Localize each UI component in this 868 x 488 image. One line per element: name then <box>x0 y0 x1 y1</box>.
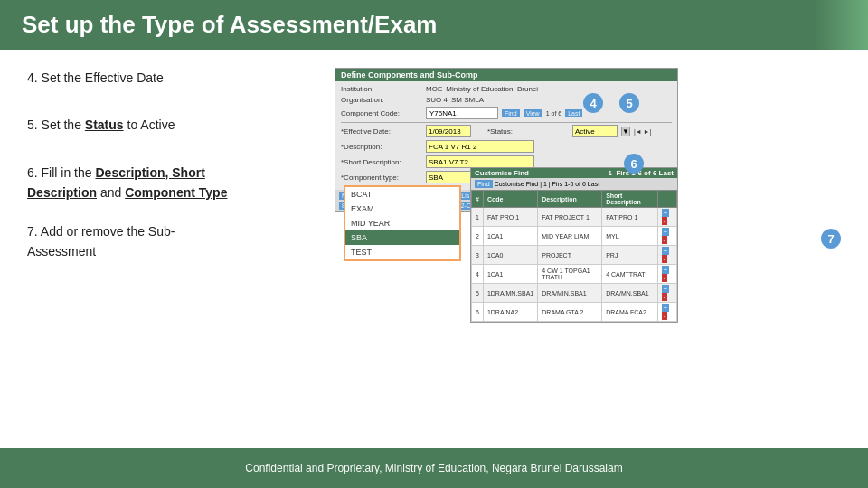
footer-text: Confidential and Proprietary, Ministry o… <box>245 462 622 474</box>
sub-table-title-text: Customise Find <box>475 169 529 177</box>
institution-label: Institution: <box>341 85 422 93</box>
sub-assessment-table: Customise Find 1 Firs 1-6 of 6 Last Find… <box>470 167 678 323</box>
dropdown-item-exam[interactable]: EXAM <box>345 202 459 216</box>
remove-row-btn[interactable]: - <box>662 274 668 282</box>
step5-bold: Status <box>85 117 124 132</box>
effective-status-row: *Effective Date: *Status: ▼ |◄ ►| <box>341 125 672 137</box>
table-row: 5 1DRA/MN.SBA1 DRA/MIN.SBA1 DRA/MN.SBA1 … <box>472 284 677 303</box>
institution-row: Institution: MOE Ministry of Education, … <box>341 85 672 93</box>
component-code-input[interactable] <box>426 107 498 119</box>
badge-7: 7 <box>821 229 841 249</box>
status-label: *Status: <box>487 127 569 136</box>
add-row-btn[interactable]: + <box>662 228 670 236</box>
table-row: 6 1DRA/NA2 DRAMA GTA 2 DRAMA FCA2 + - <box>472 303 677 322</box>
step5-prefix: 5. Set the <box>27 117 85 132</box>
add-row-btn[interactable]: + <box>662 247 670 255</box>
header-decoration <box>833 9 859 41</box>
component-type-dropdown[interactable]: BCAT EXAM MID YEAR SBA TEST <box>344 185 461 261</box>
step-6: 6. Fill in the Description, Short Descri… <box>27 163 298 203</box>
effective-date-label: *Effective Date: <box>341 127 422 136</box>
nav-info: 1 of 6 <box>546 110 562 117</box>
sub-table-find-row: Find Customise Find | 1 | Firs 1-6 of 6 … <box>471 178 677 190</box>
organisation-name: SM SMLA <box>451 96 484 104</box>
col-code: Code <box>483 191 537 208</box>
dropdown-item-test[interactable]: TEST <box>345 245 459 259</box>
short-desc-row: *Short Description: <box>341 155 672 168</box>
add-row-btn[interactable]: + <box>662 209 670 217</box>
remove-row-btn[interactable]: - <box>662 293 668 301</box>
cell-desc: PROJECT <box>538 246 602 265</box>
cell-code: 1DRA/MN.SBA1 <box>483 284 537 303</box>
component-type-input[interactable] <box>426 171 471 183</box>
step-5: 5. Set the Status to Active <box>27 115 298 135</box>
status-dropdown-btn[interactable]: ▼ <box>621 127 630 136</box>
table-row: 2 1CA1 MID YEAR LIAM MYL + - <box>472 227 677 246</box>
col-desc: Description <box>538 191 602 208</box>
description-label: *Description: <box>341 143 422 151</box>
effective-date-input[interactable] <box>426 125 471 137</box>
cell-actions: + - <box>657 265 676 284</box>
table-row: 4 1CA1 4 CW 1 TOPGA1 TRATH 4 CAMTTRAT + … <box>472 265 677 284</box>
last-button[interactable]: Last <box>565 109 582 117</box>
dialog-title: Define Components and Sub-Comp <box>341 70 478 80</box>
add-row-btn[interactable]: + <box>662 285 670 293</box>
table-row: 1 FAT PRO 1 FAT PROJECT 1 FAT PRO 1 + - <box>472 208 677 227</box>
dropdown-item-midyear[interactable]: MID YEAR <box>345 216 459 230</box>
remove-row-btn[interactable]: - <box>662 217 668 225</box>
cell-code: 1CA1 <box>483 265 537 284</box>
cell-short: FAT PRO 1 <box>602 208 657 227</box>
step7-suffix: Assessment <box>27 244 96 258</box>
bar-2 <box>848 9 859 41</box>
step6-prefix: 6. Fill in the <box>27 165 95 180</box>
sub-find-info: Customise Find | 1 | Firs 1-6 of 6 Last <box>495 181 599 187</box>
status-input[interactable] <box>572 125 618 137</box>
cell-short: DRA/MN.SBA1 <box>602 284 657 303</box>
dropdown-item-bcat[interactable]: BCAT <box>345 187 459 202</box>
short-desc-label: *Short Description: <box>341 158 422 166</box>
cell-short: PRJ <box>602 246 657 265</box>
cell-code: 1DRA/NA2 <box>483 303 537 322</box>
sub-table-title: Customise Find 1 Firs 1-6 of 6 Last <box>471 168 677 178</box>
step6-and: and <box>97 185 125 200</box>
step6-bold2: Component Type <box>125 185 227 200</box>
sub-find-btn[interactable]: Find <box>475 180 493 188</box>
add-row-btn[interactable]: + <box>662 266 670 274</box>
badge-5: 5 <box>619 93 639 113</box>
cell-desc: DRAMA GTA 2 <box>538 303 602 322</box>
remove-row-btn[interactable]: - <box>662 255 668 263</box>
cell-code: 1CA1 <box>483 227 537 246</box>
find-button[interactable]: Find <box>502 109 520 117</box>
cell-actions: + - <box>657 208 676 227</box>
cell-short: DRAMA FCA2 <box>602 303 657 322</box>
step7-prefix: 7. Add or remove the Sub- <box>27 224 175 239</box>
cell-desc: DRA/MIN.SBA1 <box>538 284 602 303</box>
cell-code: FAT PRO 1 <box>483 208 537 227</box>
cell-desc: FAT PROJECT 1 <box>538 208 602 227</box>
cell-num: 6 <box>472 303 484 322</box>
component-code-label: Component Code: <box>341 109 422 117</box>
sub-table-data: # Code Description Short Description 1 F… <box>471 190 677 322</box>
remove-row-btn[interactable]: - <box>662 312 668 320</box>
main-content: 4. Set the Effective Date 5. Set the Sta… <box>0 50 868 436</box>
cell-num: 1 <box>472 208 484 227</box>
add-row-btn[interactable]: + <box>662 304 670 312</box>
cell-num: 4 <box>472 265 484 284</box>
short-desc-input[interactable] <box>426 155 534 168</box>
cell-actions: + - <box>657 227 676 246</box>
description-input[interactable] <box>426 140 534 153</box>
remove-row-btn[interactable]: - <box>662 236 668 244</box>
step6-desc: Description <box>27 185 97 200</box>
cell-actions: + - <box>657 303 676 322</box>
badge-4: 4 <box>583 93 603 113</box>
footer: Confidential and Proprietary, Ministry o… <box>0 448 868 488</box>
view-button[interactable]: View <box>524 109 542 117</box>
cell-desc: MID YEAR LIAM <box>538 227 602 246</box>
cell-num: 5 <box>472 284 484 303</box>
dropdown-item-sba[interactable]: SBA <box>345 230 459 245</box>
organisation-code: SUO 4 <box>426 96 448 104</box>
organisation-label: Organisation: <box>341 96 422 104</box>
cell-short: MYL <box>602 227 657 246</box>
cell-short: 4 CAMTTRAT <box>602 265 657 284</box>
step-7: 7. Add or remove the Sub- Assessment <box>27 221 298 262</box>
dialog-titlebar: Define Components and Sub-Comp <box>335 69 677 81</box>
